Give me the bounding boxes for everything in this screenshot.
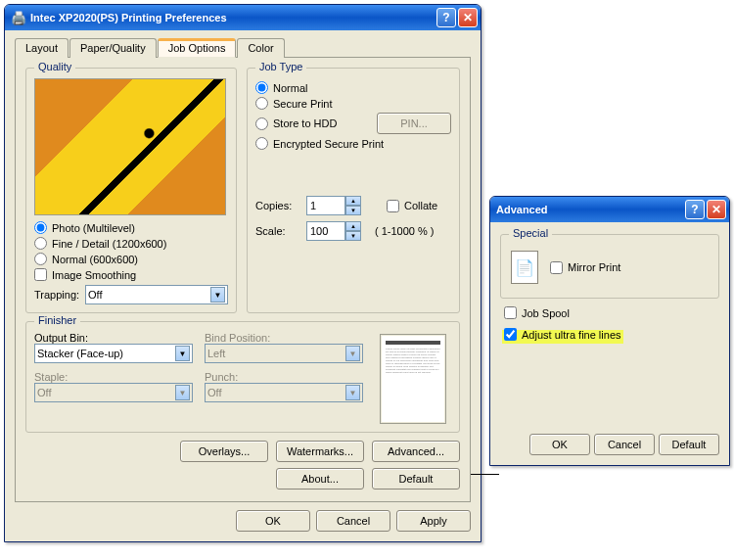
spin-down-icon[interactable]: ▼: [345, 206, 361, 215]
jobtype-secure-radio[interactable]: Secure Print: [255, 97, 451, 110]
advanced-titlebar: Advanced ? ✕: [490, 197, 729, 222]
quality-group: Quality Photo (Multilevel) Fine / Detail…: [25, 68, 237, 313]
help-button[interactable]: ?: [436, 8, 456, 27]
quality-normal-radio[interactable]: Normal (600x600): [34, 253, 228, 265]
advanced-window: Advanced ? ✕ Special 📄 Mirror Print Job …: [489, 196, 730, 466]
watermarks-button[interactable]: Watermarks...: [276, 441, 364, 462]
cancel-button[interactable]: Cancel: [316, 510, 390, 532]
chevron-down-icon: ▼: [175, 385, 190, 400]
printer-icon: 🖨️: [11, 11, 26, 25]
jobtype-legend: Job Type: [255, 61, 306, 72]
tab-paper-quality[interactable]: Paper/Quality: [69, 38, 157, 58]
scale-label: Scale:: [255, 225, 300, 237]
jobtype-normal-radio[interactable]: Normal: [255, 81, 451, 94]
trapping-label: Trapping:: [34, 289, 79, 301]
quality-photo-radio[interactable]: Photo (Multilevel): [34, 221, 228, 234]
tabpanel-job-options: Quality Photo (Multilevel) Fine / Detail…: [15, 57, 471, 502]
spin-up-icon[interactable]: ▲: [345, 196, 361, 206]
tab-color[interactable]: Color: [237, 38, 284, 58]
chevron-down-icon: ▼: [345, 385, 360, 400]
finisher-legend: Finisher: [34, 314, 80, 326]
copies-label: Copies:: [255, 200, 300, 211]
job-spool-check[interactable]: Job Spool: [504, 306, 719, 319]
copies-input[interactable]: ▲▼: [306, 196, 361, 215]
adv-ok-button[interactable]: OK: [529, 434, 590, 455]
apply-button[interactable]: Apply: [396, 510, 471, 532]
scale-range: ( 1-1000 % ): [375, 225, 435, 237]
about-button[interactable]: About...: [276, 468, 364, 490]
staple-select: Off ▼: [34, 383, 193, 402]
bind-select: Left ▼: [205, 344, 363, 363]
adjust-lines-check[interactable]: Adjust ultra fine lines: [504, 328, 621, 341]
default-button[interactable]: Default: [372, 468, 460, 490]
advanced-title: Advanced: [496, 204, 548, 215]
adv-cancel-button[interactable]: Cancel: [594, 434, 655, 455]
tab-job-options[interactable]: Job Options: [158, 38, 237, 58]
special-legend: Special: [509, 227, 552, 239]
finisher-group: Finisher Output Bin: Stacker (Face-up) ▼…: [25, 321, 460, 433]
special-group: Special 📄 Mirror Print: [500, 234, 719, 299]
scale-input[interactable]: ▲▼: [306, 221, 361, 241]
chevron-down-icon: ▼: [175, 346, 190, 361]
image-smoothing-check[interactable]: Image Smoothing: [34, 268, 228, 281]
jobtype-group: Job Type Normal Secure Print Store to HD…: [247, 68, 460, 313]
chevron-down-icon: ▼: [345, 346, 360, 361]
output-bin-label: Output Bin:: [34, 332, 193, 344]
adv-default-button[interactable]: Default: [659, 434, 719, 455]
spin-down-icon[interactable]: ▼: [345, 231, 361, 241]
mirror-print-icon: 📄: [511, 251, 538, 284]
output-bin-select[interactable]: Stacker (Face-up) ▼: [34, 344, 193, 363]
advanced-button[interactable]: Advanced...: [372, 441, 460, 462]
mirror-print-check[interactable]: Mirror Print: [550, 261, 620, 274]
punch-label: Punch:: [205, 371, 363, 383]
staple-label: Staple:: [34, 371, 193, 383]
punch-select: Off ▼: [205, 383, 363, 402]
collate-check[interactable]: Collate: [387, 200, 437, 212]
chevron-down-icon: ▼: [210, 287, 225, 303]
overlays-button[interactable]: Overlays...: [180, 441, 268, 462]
tab-layout[interactable]: Layout: [15, 38, 69, 58]
page-preview-thumb: Lorem ipsum dolor sit amet consectetur a…: [380, 334, 446, 424]
adv-help-button[interactable]: ?: [685, 200, 705, 219]
pin-button[interactable]: PIN...: [377, 113, 451, 134]
main-window: 🖨️ Intec XP2020(PS) Printing Preferences…: [4, 4, 482, 542]
trapping-select[interactable]: Off ▼: [85, 285, 228, 304]
adjust-lines-highlight: Adjust ultra fine lines: [502, 330, 623, 344]
quality-preview-image: [34, 78, 226, 215]
adv-close-button[interactable]: ✕: [707, 200, 726, 219]
tabs: Layout Paper/Quality Job Options Color: [15, 38, 471, 58]
quality-legend: Quality: [34, 61, 75, 72]
close-button[interactable]: ✕: [458, 8, 478, 27]
main-title: Intec XP2020(PS) Printing Preferences: [30, 12, 227, 23]
bind-label: Bind Position:: [205, 332, 363, 344]
spin-up-icon[interactable]: ▲: [345, 221, 361, 231]
main-titlebar: 🖨️ Intec XP2020(PS) Printing Preferences…: [5, 5, 481, 30]
quality-fine-radio[interactable]: Fine / Detail (1200x600): [34, 237, 228, 250]
ok-button[interactable]: OK: [236, 510, 310, 532]
jobtype-store-radio[interactable]: Store to HDD: [255, 117, 371, 130]
jobtype-encrypted-radio[interactable]: Encrypted Secure Print: [255, 137, 451, 150]
